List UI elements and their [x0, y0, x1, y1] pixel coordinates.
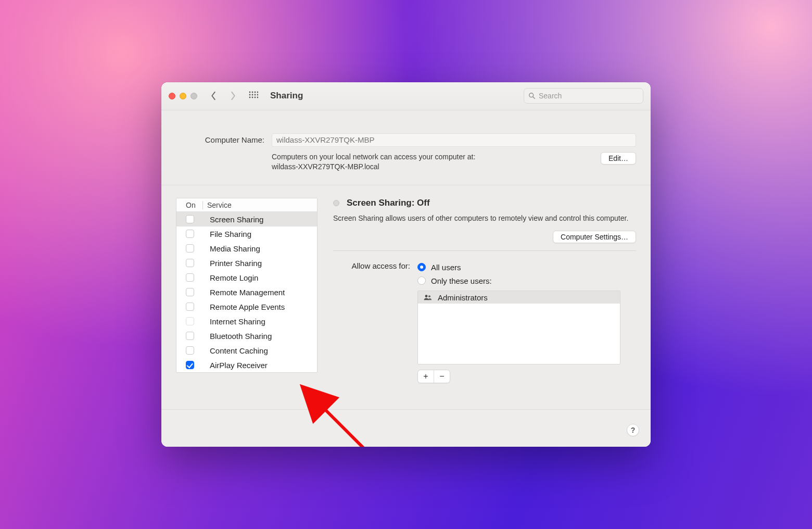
service-checkbox[interactable] — [186, 215, 194, 223]
svg-line-13 — [533, 97, 535, 98]
computer-name-section: Computer Name: Computers on your local n… — [161, 110, 651, 186]
computer-settings-button[interactable]: Computer Settings… — [553, 231, 636, 243]
service-label: Screen Sharing — [210, 215, 263, 224]
chevron-right-icon — [230, 91, 237, 100]
help-button[interactable]: ? — [627, 424, 639, 436]
svg-point-15 — [428, 295, 430, 297]
grid-icon — [249, 91, 258, 100]
services-header: On Service — [176, 198, 317, 212]
sharing-main: On Service Screen SharingFile SharingMed… — [161, 185, 651, 409]
service-label: AirPlay Receiver — [210, 361, 268, 370]
show-all-button[interactable] — [246, 89, 261, 103]
svg-point-14 — [425, 295, 428, 298]
sharing-preferences-window: Sharing Computer Name: Computers on your… — [161, 82, 651, 447]
computer-name-field[interactable] — [272, 133, 636, 147]
service-checkbox[interactable] — [186, 361, 194, 369]
service-status-heading: Screen Sharing: Off — [347, 198, 430, 208]
service-row[interactable]: AirPlay Receiver — [176, 358, 317, 372]
service-checkbox[interactable] — [186, 273, 194, 282]
user-row[interactable]: Administrators — [418, 291, 620, 304]
service-label: Remote Management — [210, 288, 285, 297]
column-on: On — [176, 201, 202, 209]
svg-point-0 — [249, 92, 251, 93]
service-checkbox[interactable] — [186, 259, 194, 267]
svg-point-9 — [252, 97, 253, 98]
user-label: Administrators — [438, 293, 488, 302]
service-row[interactable]: Content Caching — [176, 343, 317, 358]
svg-point-4 — [249, 94, 251, 96]
chevron-left-icon — [210, 91, 217, 100]
service-checkbox[interactable] — [186, 244, 194, 253]
status-indicator-icon — [333, 200, 339, 206]
window-footer: ? — [161, 409, 651, 447]
add-user-button[interactable]: + — [418, 370, 434, 383]
service-row[interactable]: File Sharing — [176, 226, 317, 241]
search-input[interactable] — [539, 92, 639, 100]
radio-all-users[interactable] — [417, 263, 426, 271]
computer-name-label: Computer Name: — [176, 135, 264, 144]
edit-hostname-button[interactable]: Edit… — [601, 152, 636, 165]
radio-only-these-users[interactable] — [417, 276, 426, 285]
remove-user-button[interactable]: − — [434, 370, 450, 383]
forward-button[interactable] — [226, 88, 240, 104]
service-label: Content Caching — [210, 346, 268, 355]
divider — [333, 250, 636, 251]
svg-point-5 — [252, 94, 253, 96]
service-checkbox[interactable] — [186, 230, 194, 238]
allow-access-label: Allow access for: — [333, 260, 410, 383]
traffic-lights — [169, 93, 197, 99]
svg-point-8 — [249, 97, 251, 98]
service-row[interactable]: Bluetooth Sharing — [176, 329, 317, 343]
svg-point-7 — [257, 94, 258, 96]
back-button[interactable] — [207, 88, 220, 104]
radio-all-users-label: All users — [431, 263, 461, 272]
service-checkbox[interactable] — [186, 346, 194, 355]
service-checkbox[interactable] — [186, 317, 194, 325]
service-row[interactable]: Media Sharing — [176, 241, 317, 256]
users-list[interactable]: Administrators — [417, 291, 620, 364]
svg-point-11 — [257, 97, 258, 98]
column-service: Service — [203, 201, 232, 209]
service-detail: Screen Sharing: Off Screen Sharing allow… — [333, 198, 636, 399]
titlebar: Sharing — [161, 82, 651, 110]
search-icon — [528, 92, 536, 99]
service-label: Internet Sharing — [210, 317, 265, 326]
service-label: Printer Sharing — [210, 259, 262, 268]
services-list: On Service Screen SharingFile SharingMed… — [176, 198, 318, 373]
window-close-button[interactable] — [169, 93, 175, 99]
svg-point-6 — [255, 94, 256, 96]
service-description: Screen Sharing allows users of other com… — [333, 213, 636, 223]
svg-point-3 — [257, 92, 258, 93]
window-minimize-button[interactable] — [180, 93, 186, 99]
svg-point-2 — [255, 92, 256, 93]
computer-name-description: Computers on your local network can acce… — [272, 152, 593, 172]
window-title: Sharing — [270, 91, 303, 101]
add-remove-users: + − — [417, 370, 450, 383]
service-row[interactable]: Remote Apple Events — [176, 299, 317, 314]
users-icon — [423, 294, 433, 301]
service-checkbox[interactable] — [186, 303, 194, 311]
service-checkbox[interactable] — [186, 288, 194, 296]
service-row[interactable]: Screen Sharing — [176, 212, 317, 226]
service-label: File Sharing — [210, 230, 251, 238]
service-row[interactable]: Printer Sharing — [176, 256, 317, 270]
service-label: Media Sharing — [210, 244, 260, 253]
svg-point-10 — [255, 97, 256, 98]
service-checkbox[interactable] — [186, 332, 194, 340]
window-zoom-button[interactable] — [191, 93, 197, 99]
service-row[interactable]: Remote Login — [176, 270, 317, 285]
service-label: Remote Login — [210, 273, 258, 282]
service-row[interactable]: Internet Sharing — [176, 314, 317, 329]
service-label: Remote Apple Events — [210, 303, 285, 311]
search-field[interactable] — [524, 88, 643, 104]
service-label: Bluetooth Sharing — [210, 332, 272, 341]
svg-point-1 — [252, 92, 253, 93]
service-row[interactable]: Remote Management — [176, 285, 317, 299]
radio-only-these-users-label: Only these users: — [431, 276, 492, 285]
